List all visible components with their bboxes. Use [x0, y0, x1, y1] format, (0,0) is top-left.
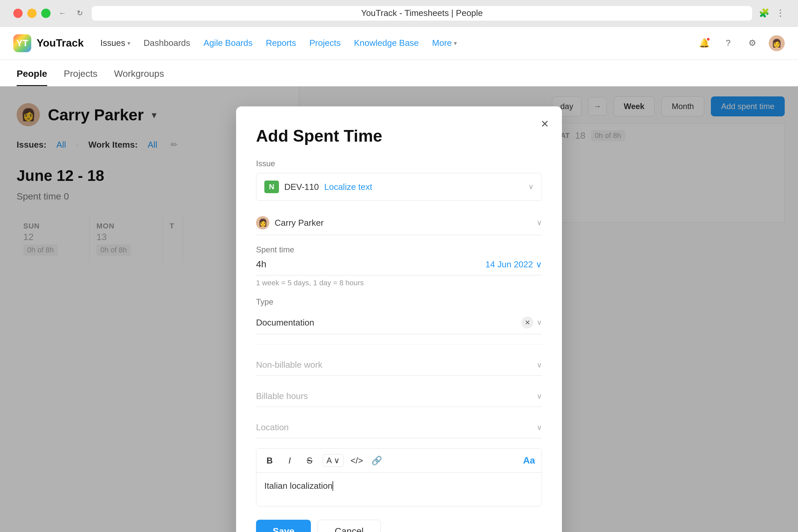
non-billable-chevron-icon: ∨ [537, 361, 542, 369]
location-placeholder: Location [256, 422, 537, 433]
save-button[interactable]: Save [256, 520, 311, 532]
bold-button[interactable]: B [263, 454, 276, 467]
location-chevron-icon: ∨ [537, 423, 542, 432]
modal-title: Add Spent Time [256, 126, 542, 146]
issue-field-label: Issue [256, 159, 542, 168]
link-button[interactable]: 🔗 [370, 454, 383, 467]
modal-footer: Save Cancel [256, 520, 542, 532]
minimize-window-button[interactable] [27, 8, 37, 18]
format-toggle-button[interactable]: Aa [523, 455, 535, 466]
user-avatar-nav[interactable]: 👩 [769, 35, 785, 51]
code-button[interactable]: </> [350, 454, 363, 467]
chevron-down-icon: ▾ [454, 40, 457, 47]
billable-hours-selector[interactable]: Billable hours ∨ [256, 386, 542, 407]
type-selector[interactable]: Documentation ✕ ∨ [256, 311, 542, 334]
spent-time-row: 14 Jun 2022 ∨ [256, 259, 542, 275]
non-billable-placeholder: Non-billable work [256, 360, 537, 370]
nav-more[interactable]: More ▾ [432, 38, 457, 48]
type-chevron-icon: ∨ [537, 318, 542, 327]
cancel-button[interactable]: Cancel [318, 520, 380, 532]
tab-projects[interactable]: Projects [64, 69, 97, 86]
logo-text[interactable]: YouTrack [37, 37, 84, 49]
nav-links: Issues ▾ Dashboards Agile Boards Reports… [100, 38, 680, 48]
nav-knowledge-base[interactable]: Knowledge Base [354, 38, 419, 48]
main-content: 👩 Carry Parker ▾ Issues: All · Work Item… [0, 87, 798, 532]
modal-close-button[interactable]: ✕ [537, 116, 552, 131]
text-cursor [332, 481, 333, 491]
close-window-button[interactable] [13, 8, 23, 18]
nav-projects[interactable]: Projects [309, 38, 341, 48]
settings-button[interactable]: ⚙ [745, 36, 759, 51]
nav-dashboards[interactable]: Dashboards [144, 38, 190, 48]
add-spent-time-modal: ✕ Add Spent Time Issue N DEV-110 Localiz… [236, 107, 562, 532]
billable-chevron-icon: ∨ [537, 392, 542, 401]
nav-reports[interactable]: Reports [266, 38, 296, 48]
topnav: YT YouTrack Issues ▾ Dashboards Agile Bo… [0, 26, 798, 60]
issue-badge: N [264, 180, 279, 193]
assignee-avatar: 👩 [256, 216, 269, 229]
help-button[interactable]: ? [721, 36, 736, 51]
reload-button[interactable]: ↻ [75, 8, 85, 19]
page-title: YouTrack - Timesheets | People [361, 8, 483, 18]
billable-placeholder: Billable hours [256, 391, 537, 401]
issue-selector[interactable]: N DEV-110 Localize text ∨ [256, 173, 542, 201]
non-billable-selector[interactable]: Non-billable work ∨ [256, 355, 542, 376]
type-field-label: Type [256, 297, 542, 307]
browser-actions: 🧩 ⋮ [759, 8, 785, 18]
nav-actions: 🔔 ? ⚙ 👩 [697, 35, 785, 51]
date-chevron-icon: ∨ [536, 259, 542, 270]
italic-button[interactable]: I [283, 454, 296, 467]
browser-chrome: ← ↻ YouTrack - Timesheets | People 🧩 ⋮ [0, 0, 798, 26]
chevron-down-icon: ▾ [127, 40, 130, 47]
spent-time-input[interactable] [256, 259, 486, 270]
page-tabs: People Projects Workgroups [0, 60, 798, 87]
logo-icon: YT [13, 34, 31, 52]
notifications-button[interactable]: 🔔 [697, 36, 711, 51]
tab-people[interactable]: People [17, 69, 47, 86]
extensions-icon[interactable]: 🧩 [759, 8, 770, 18]
app: YT YouTrack Issues ▾ Dashboards Agile Bo… [0, 26, 798, 532]
tab-workgroups[interactable]: Workgroups [114, 69, 164, 86]
assignee-chevron-icon: ∨ [537, 218, 542, 227]
time-hint: 1 week = 5 days, 1 day = 8 hours [256, 279, 542, 287]
traffic-lights [13, 8, 51, 18]
back-button[interactable]: ← [57, 8, 68, 19]
menu-icon[interactable]: ⋮ [776, 8, 785, 18]
strikethrough-button[interactable]: S [303, 454, 316, 467]
issue-id: DEV-110 [284, 182, 319, 192]
editor-toolbar: B I S A ∨ </> 🔗 Aa [256, 449, 542, 473]
address-bar[interactable]: YouTrack - Timesheets | People [92, 6, 752, 21]
type-value: Documentation [256, 318, 521, 328]
maximize-window-button[interactable] [41, 8, 51, 18]
nav-issues[interactable]: Issues ▾ [100, 38, 130, 48]
notification-dot [706, 37, 710, 41]
font-chevron-icon: ∨ [334, 456, 340, 465]
issue-title-link[interactable]: Localize text [324, 182, 373, 192]
assignee-name: Carry Parker [274, 218, 324, 228]
spent-time-field-label: Spent time [256, 245, 542, 254]
description-editor: B I S A ∨ </> 🔗 Aa Italian localization [256, 448, 542, 507]
spent-date-picker[interactable]: 14 Jun 2022 ∨ [486, 259, 542, 270]
modal-overlay: ✕ Add Spent Time Issue N DEV-110 Localiz… [0, 87, 798, 532]
logo-area: YT YouTrack [13, 34, 84, 52]
assignee-selector[interactable]: 👩 Carry Parker ∨ [256, 211, 542, 235]
editor-content[interactable]: Italian localization [256, 473, 542, 506]
nav-agile-boards[interactable]: Agile Boards [204, 38, 252, 48]
divider [256, 344, 542, 344]
type-clear-button[interactable]: ✕ [521, 317, 533, 328]
issue-chevron-icon: ∨ [528, 183, 534, 191]
location-selector[interactable]: Location ∨ [256, 417, 542, 438]
font-color-button[interactable]: A ∨ [323, 454, 343, 467]
